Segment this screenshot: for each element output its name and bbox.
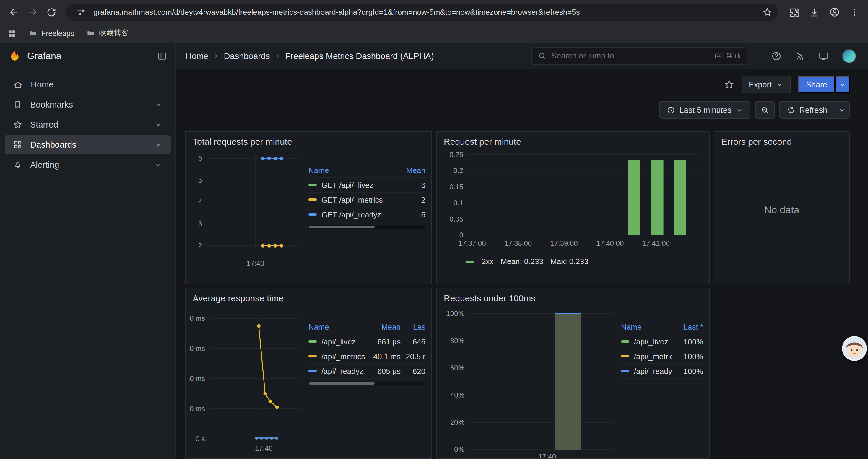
legend-col[interactable]: Las bbox=[401, 322, 426, 331]
bar-chart[interactable]: 0.250.20.150.10.05017:37:0017:38:0017:39… bbox=[440, 149, 704, 254]
grafana-logo[interactable] bbox=[8, 49, 21, 62]
legend-series[interactable]: /api/_readyz bbox=[308, 366, 366, 375]
site-settings-icon[interactable] bbox=[73, 4, 89, 20]
series-name: /api/_readyz bbox=[634, 366, 673, 375]
legend-row: /api/_readyz605 µs620 bbox=[308, 364, 426, 379]
legend-table: NameMeanGET /api/_livez6GET /api/_metric… bbox=[308, 163, 426, 222]
zoom-out-button[interactable] bbox=[755, 101, 774, 119]
dashboard-canvas: Export Share Last 5 minutes bbox=[176, 69, 868, 459]
series-color-icon bbox=[308, 370, 317, 372]
export-button[interactable]: Export bbox=[742, 76, 790, 93]
line-chart[interactable]: 6543217:40 bbox=[189, 149, 305, 270]
share-button[interactable]: Share bbox=[798, 76, 836, 93]
bar-chart[interactable]: 100%80%60%40%20%0%17:40 bbox=[440, 305, 617, 459]
app-body: HomeBookmarksStarredDashboardsAlerting E… bbox=[0, 69, 868, 459]
legend-col[interactable]: Mean bbox=[398, 166, 426, 174]
legend-series[interactable]: GET /api/_metrics bbox=[308, 195, 398, 204]
search-input[interactable] bbox=[551, 52, 710, 60]
help-icon[interactable] bbox=[771, 51, 782, 61]
address-bar[interactable]: grafana.mathmast.com/d/deytv4rwavabkb/fr… bbox=[66, 3, 778, 21]
legend-series[interactable]: /api/_readyz bbox=[621, 366, 673, 375]
sidebar-item-label: Starred bbox=[30, 120, 58, 129]
panel-title[interactable]: Errors per second bbox=[714, 132, 849, 148]
svg-text:100%: 100% bbox=[446, 309, 464, 318]
legend-series[interactable]: /api/_metrics bbox=[621, 352, 673, 361]
sidebar-item-label: Dashboards bbox=[30, 140, 76, 150]
legend-series[interactable]: /api/_livez bbox=[621, 337, 673, 346]
legend-series[interactable]: GET /api/_readyz bbox=[308, 210, 398, 219]
legend-row: GET /api/_readyz6 bbox=[308, 207, 426, 222]
legend-col-name[interactable]: Name bbox=[308, 322, 366, 331]
sidebar-item-bookmarks[interactable]: Bookmarks bbox=[5, 95, 171, 114]
line-chart[interactable]: 80 ms60 ms40 ms20 ms0 s17:40 bbox=[189, 305, 305, 454]
downloads-icon[interactable] bbox=[805, 3, 823, 21]
panel-title[interactable]: Requests under 100ms bbox=[437, 288, 709, 304]
series-color-icon bbox=[308, 198, 317, 201]
legend-series[interactable]: GET /api/_livez bbox=[308, 181, 398, 189]
scrollbar-thumb[interactable] bbox=[309, 226, 375, 228]
svg-text:5: 5 bbox=[198, 176, 202, 184]
news-rss-icon[interactable] bbox=[795, 51, 805, 61]
panel-viz: 0.250.20.150.10.05017:37:0017:38:0017:39… bbox=[437, 148, 709, 266]
user-avatar[interactable] bbox=[842, 49, 856, 63]
svg-text:17:37:00: 17:37:00 bbox=[458, 239, 486, 247]
floating-assistant-avatar[interactable] bbox=[842, 336, 867, 361]
series-name: /api/_metrics bbox=[321, 352, 365, 361]
legend-series[interactable]: /api/_livez bbox=[308, 337, 366, 346]
legend-series[interactable]: /api/_metrics bbox=[308, 352, 366, 361]
legend-row: /api/_metrics100% bbox=[621, 349, 703, 364]
sidebar-item-alerting[interactable]: Alerting bbox=[5, 155, 171, 174]
panel-title[interactable]: Request per minute bbox=[437, 132, 709, 148]
legend-series[interactable]: 2xx bbox=[482, 257, 493, 266]
forward-icon[interactable] bbox=[24, 3, 41, 21]
legend-scrollbar[interactable] bbox=[308, 225, 426, 229]
panel-title[interactable]: Average response time bbox=[186, 288, 431, 304]
legend-value: 40.1 ms bbox=[366, 352, 401, 361]
bookmark-star-icon[interactable] bbox=[759, 4, 775, 20]
bookmark-item-freeleaps[interactable]: Freeleaps bbox=[28, 28, 74, 38]
chevron-down-icon bbox=[154, 140, 162, 149]
legend-col[interactable]: Mean bbox=[366, 322, 401, 331]
profile-icon[interactable] bbox=[826, 3, 843, 21]
legend-scrollbar[interactable] bbox=[308, 382, 426, 385]
legend-col-name[interactable]: Name bbox=[621, 322, 673, 331]
sidebar-item-home[interactable]: Home bbox=[5, 75, 171, 94]
scrollbar-thumb[interactable] bbox=[309, 382, 375, 385]
legend-row: /api/_livez100% bbox=[621, 334, 703, 349]
extensions-icon[interactable] bbox=[785, 3, 803, 21]
back-icon[interactable] bbox=[5, 3, 23, 21]
apps-grid-icon[interactable] bbox=[7, 29, 17, 38]
chevron-right-icon bbox=[274, 52, 281, 59]
panel-errors-per-second: Errors per second No data bbox=[714, 131, 850, 284]
breadcrumb-item-freeleaps-metrics-dashboard-alpha[interactable]: Freeleaps Metrics Dashboard (ALPHA) bbox=[285, 51, 434, 61]
chevron-down-icon bbox=[154, 100, 162, 109]
sidebar-item-dashboards[interactable]: Dashboards bbox=[5, 135, 171, 154]
svg-text:20 ms: 20 ms bbox=[189, 405, 205, 413]
favorite-star-icon[interactable] bbox=[724, 79, 735, 90]
kiosk-monitor-icon[interactable] bbox=[818, 51, 829, 61]
breadcrumb-item-home[interactable]: Home bbox=[186, 51, 208, 61]
bell-icon bbox=[13, 160, 23, 169]
menu-kebab-icon[interactable] bbox=[845, 3, 863, 21]
search-box[interactable]: ⌘+k bbox=[531, 47, 747, 65]
share-menu-button[interactable] bbox=[836, 76, 850, 93]
bookmark-item-item[interactable]: 收藏博客 bbox=[86, 28, 128, 38]
mega-menu-toggle-icon[interactable] bbox=[157, 51, 167, 61]
panel-title[interactable]: Total requests per minute bbox=[186, 132, 431, 148]
svg-text:17:40:00: 17:40:00 bbox=[596, 239, 624, 247]
refresh-button[interactable]: Refresh bbox=[779, 101, 834, 119]
legend-header: NameMean bbox=[308, 163, 426, 178]
legend-col-name[interactable]: Name bbox=[308, 166, 398, 174]
sidebar-item-starred[interactable]: Starred bbox=[5, 115, 171, 134]
series-name: /api/_readyz bbox=[321, 366, 363, 375]
bookmark-label: 收藏博客 bbox=[99, 28, 128, 38]
svg-text:17:40: 17:40 bbox=[538, 453, 556, 459]
breadcrumb-item-dashboards[interactable]: Dashboards bbox=[224, 51, 270, 61]
refresh-interval-button[interactable] bbox=[834, 101, 850, 119]
legend-col[interactable]: Last * bbox=[673, 322, 703, 331]
time-range-picker[interactable]: Last 5 minutes bbox=[659, 101, 750, 119]
svg-text:17:40: 17:40 bbox=[246, 259, 264, 267]
panel-viz: 6543217:40NameMeanGET /api/_livez6GET /a… bbox=[186, 148, 431, 270]
reload-icon[interactable] bbox=[42, 3, 60, 21]
series-color-icon bbox=[308, 340, 317, 342]
